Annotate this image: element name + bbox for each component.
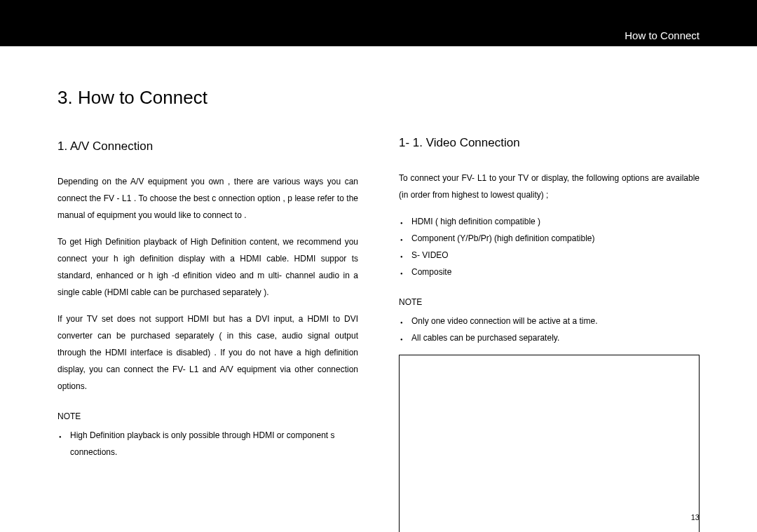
right-note-item-1: Only one video connection will be active…	[399, 313, 700, 329]
left-column: 3. How to Connect 1. A/V Connection Depe…	[57, 87, 358, 532]
video-option-svideo: S- VIDEO	[399, 247, 700, 264]
video-option-component: Component (Y/Pb/Pr) (high definition com…	[399, 230, 700, 247]
right-note-list: Only one video connection will be active…	[399, 313, 700, 346]
video-option-composite: Composite	[399, 264, 700, 280]
av-para-3: If your TV set does not support HDMI but…	[57, 311, 358, 395]
av-para-1: Depending on the A/V equipment you own ,…	[57, 173, 358, 224]
video-options-list: HDMI ( high definition compatible ) Comp…	[399, 213, 700, 280]
video-connection-heading: 1- 1. Video Connection	[399, 136, 700, 150]
video-para-1: To connect your FV- L1 to your TV or dis…	[399, 170, 700, 203]
header-section-title: How to Connect	[625, 29, 700, 41]
right-column: 1- 1. Video Connection To connect your F…	[399, 87, 700, 532]
av-para-2: To get High Definition playback of High …	[57, 233, 358, 301]
left-note-list: High Definition playback is only possibl…	[57, 427, 358, 461]
left-note-item: High Definition playback is only possibl…	[57, 427, 358, 461]
main-heading: 3. How to Connect	[57, 87, 358, 109]
right-note-label: NOTE	[399, 297, 700, 307]
av-connection-heading: 1. A/V Connection	[57, 139, 358, 154]
video-option-hdmi: HDMI ( high definition compatible )	[399, 213, 700, 230]
header-bar: How to Connect	[0, 0, 757, 46]
page-content: 3. How to Connect 1. A/V Connection Depe…	[0, 46, 757, 532]
page-number: 13	[691, 513, 700, 521]
left-note-label: NOTE	[57, 411, 358, 421]
right-note-item-2: All cables can be purchased separately.	[399, 329, 700, 346]
illustration-placeholder	[399, 355, 700, 532]
